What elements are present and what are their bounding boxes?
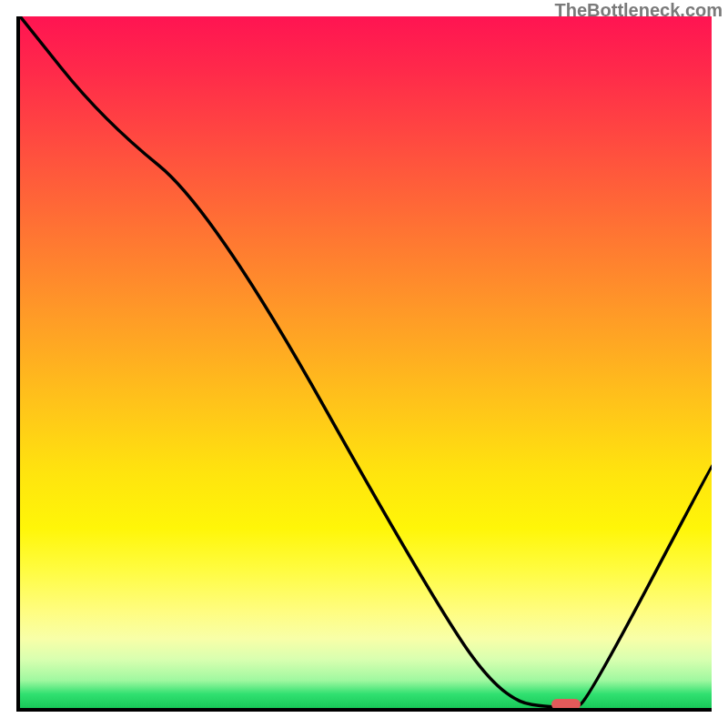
bottleneck-curve-path xyxy=(20,16,712,708)
plot-area xyxy=(16,16,712,712)
watermark-text: TheBottleneck.com xyxy=(555,0,723,21)
bottleneck-chart: TheBottleneck.com xyxy=(0,0,728,728)
curve-layer xyxy=(20,16,712,708)
optimal-point-marker xyxy=(551,699,581,710)
